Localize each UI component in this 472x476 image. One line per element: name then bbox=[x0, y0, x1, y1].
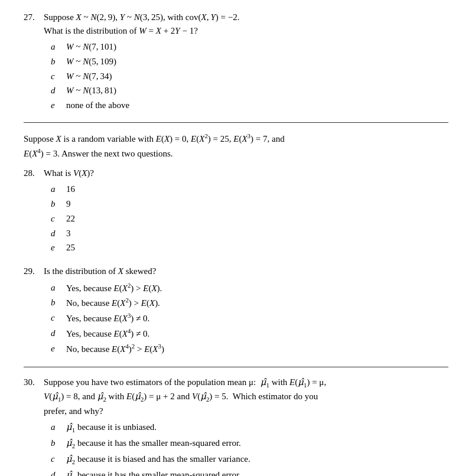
option-27c: c W ~ N(7, 34) bbox=[51, 69, 448, 84]
option-29a: a Yes, because E(X2) > E(X). bbox=[51, 281, 448, 296]
question-30-num: 30. bbox=[24, 376, 40, 418]
context-block-28-29: Suppose X is a random variable with E(X)… bbox=[24, 131, 448, 161]
question-28: 28. What is V(X)? a 16 b 9 c 22 d 3 e 25 bbox=[24, 167, 448, 255]
question-30-title: 30. Suppose you have two estimators of t… bbox=[24, 376, 448, 418]
option-30c: c μ̂2 because it is biased and has the s… bbox=[51, 452, 448, 468]
option-29d: d Yes, because E(X4) ≠ 0. bbox=[51, 326, 448, 341]
option-29b: b No, because E(X2) > E(X). bbox=[51, 295, 448, 311]
divider-2 bbox=[24, 367, 448, 367]
option-27b: b W ~ N(5, 109) bbox=[51, 54, 448, 69]
question-29-text: Is the distribution of X skewed? bbox=[44, 265, 448, 278]
question-27-options: a W ~ N(7, 101) b W ~ N(5, 109) c W ~ N(… bbox=[51, 40, 448, 113]
question-27: 27. Suppose X ~ N(2, 9), Y ~ N(3, 25), w… bbox=[24, 11, 448, 113]
question-27-num: 27. bbox=[24, 11, 40, 37]
option-29e: e No, because E(X4)2 > E(X3) bbox=[51, 341, 448, 357]
question-28-text: What is V(X)? bbox=[44, 167, 448, 180]
option-28d: d 3 bbox=[51, 226, 448, 241]
question-29: 29. Is the distribution of X skewed? a Y… bbox=[24, 265, 448, 356]
question-30-options: a μ̂1 because it is unbiased. b μ̂2 beca… bbox=[51, 420, 448, 476]
question-29-options: a Yes, because E(X2) > E(X). b No, becau… bbox=[51, 281, 448, 357]
option-27a: a W ~ N(7, 101) bbox=[51, 40, 448, 54]
option-28c: c 22 bbox=[51, 211, 448, 226]
question-30: 30. Suppose you have two estimators of t… bbox=[24, 376, 448, 476]
divider-1 bbox=[24, 122, 448, 123]
question-29-num: 29. bbox=[24, 265, 40, 278]
question-29-title: 29. Is the distribution of X skewed? bbox=[24, 265, 448, 278]
question-27-text: Suppose X ~ N(2, 9), Y ~ N(3, 25), with … bbox=[44, 11, 448, 37]
option-30d: d μ̂1 because it has the smaller mean-sq… bbox=[51, 468, 448, 476]
question-30-text: Suppose you have two estimators of the p… bbox=[44, 376, 448, 418]
option-29c: c Yes, because E(X3) ≠ 0. bbox=[51, 311, 448, 326]
option-28a: a 16 bbox=[51, 182, 448, 197]
option-30b: b μ̂2 because it has the smaller mean-sq… bbox=[51, 436, 448, 452]
option-27d: d W ~ N(13, 81) bbox=[51, 83, 448, 98]
option-28b: b 9 bbox=[51, 197, 448, 211]
option-30a: a μ̂1 because it is unbiased. bbox=[51, 420, 448, 436]
question-28-num: 28. bbox=[24, 167, 40, 180]
option-28e: e 25 bbox=[51, 240, 448, 255]
question-27-title: 27. Suppose X ~ N(2, 9), Y ~ N(3, 25), w… bbox=[24, 11, 448, 37]
question-28-title: 28. What is V(X)? bbox=[24, 167, 448, 180]
option-27e: e none of the above bbox=[51, 98, 448, 113]
question-28-options: a 16 b 9 c 22 d 3 e 25 bbox=[51, 182, 448, 255]
